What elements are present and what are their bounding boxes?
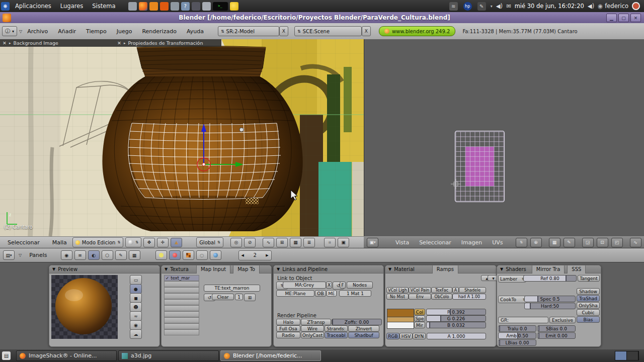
scene-close-button[interactable]: X <box>362 26 371 36</box>
env-button[interactable]: Env <box>409 294 431 300</box>
blender-app-icon[interactable] <box>3 14 11 22</box>
launcher-app-icon-2[interactable] <box>160 2 169 11</box>
texture-channel-slot[interactable] <box>164 293 199 299</box>
bias-button[interactable]: Bias <box>577 316 600 323</box>
wire-button[interactable]: Wire <box>301 325 324 332</box>
menu-lugares[interactable]: Lugares <box>56 0 88 12</box>
viewport-render-icon[interactable]: ⌗ <box>324 238 336 247</box>
pivot-icon[interactable]: ◎ <box>230 238 242 247</box>
material-subcontext-icon[interactable] <box>169 250 181 260</box>
rgb-button[interactable]: RGB <box>386 333 399 339</box>
render-preview-icon[interactable]: ▣ <box>338 238 349 247</box>
texture-channel-active[interactable]: ✓text_mar <box>164 275 199 281</box>
color-r-slider[interactable]: R 0.392 <box>426 309 486 315</box>
tab-ramps[interactable]: Ramps <box>432 265 458 274</box>
launcher-blender-icon[interactable] <box>230 2 238 11</box>
uv-island-icon[interactable]: ◰ <box>611 238 623 247</box>
zoffs-slider[interactable]: Zoffs: 0.00 <box>332 319 382 325</box>
spec-slider[interactable]: Spec 0.5 <box>524 296 576 302</box>
vcol-paint-button[interactable]: VCol Pain <box>409 287 431 293</box>
me-button[interactable]: ME <box>327 290 337 297</box>
specular-shader-dropdown[interactable]: CookTo⇅ <box>498 296 527 303</box>
menu-aplicaciones[interactable]: Aplicaciones <box>11 0 56 12</box>
ambient-slider[interactable]: Amb 0.50 <box>498 332 536 339</box>
tab-sss[interactable]: SSS <box>567 265 586 274</box>
sync-icon[interactable]: ⊘ <box>244 238 256 247</box>
vertex-select-icon[interactable]: ⊞ <box>276 238 288 247</box>
menu-malla[interactable]: Malla <box>52 239 67 246</box>
texture-channel-slot[interactable] <box>164 317 199 323</box>
hsv-button[interactable]: HSV <box>399 333 413 339</box>
launcher-app-icon-4[interactable] <box>192 2 200 11</box>
menu-archivo[interactable]: Archivo <box>27 28 48 35</box>
stylus-icon[interactable]: ✎ <box>477 2 486 11</box>
user-menu[interactable]: ◉federico <box>598 3 628 10</box>
minimize-button[interactable]: ▁ <box>606 14 617 22</box>
preview-bigsphere-icon[interactable]: ◉ <box>130 320 142 330</box>
material-unlink-button[interactable]: X <box>326 282 332 289</box>
scene-selector[interactable]: ⇅SCE:Scene <box>294 26 362 36</box>
launcher-help-icon[interactable]: ? <box>181 2 190 11</box>
diffuse-shader-dropdown[interactable]: Lamber⇅ <box>498 275 526 283</box>
material-slot-field[interactable]: 1 Mat 1 <box>339 290 371 297</box>
expand-triangle-icon[interactable]: ▸ <box>124 41 126 45</box>
texture-channel-slot[interactable] <box>164 323 199 329</box>
uv-menu-seleccionar[interactable]: Seleccionar <box>419 239 451 246</box>
uv-image-editor[interactable] <box>364 39 644 236</box>
texture-name-field[interactable]: TE:text_marron <box>204 285 260 292</box>
panel-title[interactable]: Links and Pipeline <box>282 266 328 272</box>
panel-title[interactable]: Preview <box>58 266 77 272</box>
script-context-icon[interactable]: ≡ <box>74 250 86 260</box>
preview-sky-icon[interactable]: ☁ <box>130 329 142 339</box>
new-image-icon[interactable]: ▦ <box>549 238 560 247</box>
launcher-firefox-icon[interactable] <box>139 2 147 11</box>
mir-button[interactable]: Mir <box>414 322 425 328</box>
mode-dropdown[interactable]: Modo Edicion⇅ <box>72 237 123 247</box>
taskbar-app-icon[interactable]: ▤ <box>2 351 11 360</box>
world-subcontext-icon[interactable] <box>210 250 221 260</box>
exclusive-button[interactable]: Exclusive <box>549 317 576 323</box>
orientation-dropdown[interactable]: Global⇅ <box>196 237 223 247</box>
sbias-slider[interactable]: SBias 0.0 <box>537 325 576 332</box>
mail-icon[interactable]: ✉ <box>506 3 511 10</box>
window-titlebar[interactable]: Blender [/home/federico/Escritorio/Proye… <box>0 12 644 23</box>
scene-context-icon[interactable]: ▦ <box>129 250 140 260</box>
alpha-slider[interactable]: A 1.000 <box>427 333 486 339</box>
texface-button[interactable]: TexFac <box>431 287 452 293</box>
light-group-field[interactable]: GR: <box>498 317 548 323</box>
mirror-color-swatch[interactable] <box>387 322 414 329</box>
expand-triangle-icon[interactable]: ▸ <box>9 41 11 45</box>
color-b-slider[interactable]: B 0.032 <box>426 322 486 328</box>
translucency-slider[interactable]: Tralu 0.0 <box>498 325 536 332</box>
dyn-button[interactable]: DYN <box>413 333 426 339</box>
uv-vertex-icon[interactable]: ⊡ <box>597 238 608 247</box>
obcolor-button[interactable]: ObColo <box>431 294 452 300</box>
menu-renderizado[interactable]: Renderizado <box>142 28 176 35</box>
collapse-triangle-icon[interactable]: ▼ <box>388 267 391 272</box>
manipulator-translate-icon[interactable]: ✛ <box>157 238 169 247</box>
window-type-dropdown[interactable]: ⓘ▾ <box>2 26 17 36</box>
blender-version-button[interactable]: www.blender.org 249.2 <box>379 26 456 36</box>
menu-ayuda[interactable]: Ayuda <box>187 28 204 35</box>
lamp-subcontext-icon[interactable] <box>155 250 167 260</box>
panel-title[interactable]: Shaders <box>506 266 526 272</box>
paint-icon[interactable]: ✎ <box>564 238 575 247</box>
halo-button[interactable]: Halo <box>276 319 300 325</box>
tangent-button[interactable]: Tangent <box>578 275 600 282</box>
launcher-app-icon-5[interactable] <box>202 2 211 11</box>
collapse-triangle-icon[interactable]: ▼ <box>277 267 280 272</box>
radiosity-subcontext-icon[interactable]: ◌ <box>196 250 208 260</box>
no-mist-button[interactable]: No Mist <box>386 294 409 300</box>
emit-slider[interactable]: Emit 0.00 <box>537 332 576 339</box>
texture-channel-slot[interactable] <box>164 311 199 317</box>
launcher-terminal-icon[interactable]: >_ <box>213 2 228 11</box>
network-icon[interactable]: ≋ <box>449 2 458 11</box>
logic-context-icon[interactable]: ◉ <box>61 250 72 260</box>
collapse-triangle-icon[interactable]: ▼ <box>165 267 168 272</box>
distro-menu-icon[interactable]: ❋ <box>1 2 10 11</box>
task-a3d-jpg[interactable]: a3d.jpg <box>118 350 219 361</box>
volume-icon[interactable]: ◀) <box>496 3 503 10</box>
menu-sistema[interactable]: Sistema <box>88 0 120 12</box>
buttons-editor-type-dropdown[interactable]: ▤▾ <box>3 250 15 260</box>
editor-type-dropdown[interactable]: ▣▾ <box>367 238 378 247</box>
